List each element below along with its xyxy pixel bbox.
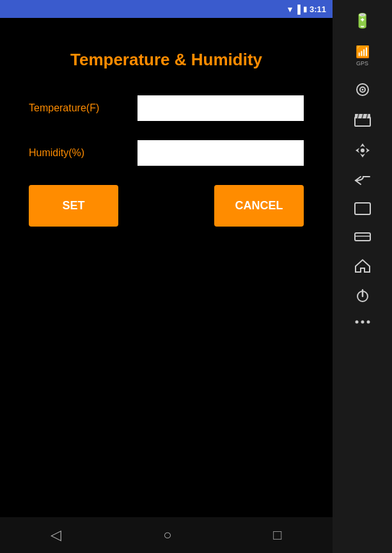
set-button[interactable]: SET [29,185,118,227]
sidebar-window2-icon[interactable] [354,230,371,243]
temperature-row: Temperature(F) [29,95,304,121]
svg-marker-11 [366,148,370,153]
app-content: Temperature & Humidity Temperature(F) Hu… [0,18,333,553]
button-row: SET CANCEL [29,185,304,227]
temperature-input[interactable] [137,95,304,121]
right-sidebar: 🔋 📶 GPS [333,0,392,553]
battery-icon: ▮ [303,5,307,13]
gps-label: GPS [356,60,368,67]
humidity-input[interactable] [137,140,304,166]
cancel-button[interactable]: CANCEL [214,185,304,227]
svg-marker-9 [360,154,365,157]
sidebar-more-icon[interactable] [354,319,371,325]
status-icons: ▾ ▐ ▮ 3:11 [288,4,326,14]
bottom-nav: ◁ ○ □ [0,517,333,553]
sidebar-clapperboard-icon[interactable] [354,113,371,127]
humidity-row: Humidity(%) [29,140,304,166]
recent-apps-nav-icon[interactable]: □ [273,527,281,543]
sidebar-home-icon[interactable] [354,259,371,273]
svg-point-2 [361,89,363,91]
humidity-label: Humidity(%) [29,147,125,159]
time-display: 3:11 [310,4,326,14]
sidebar-battery-icon[interactable]: 🔋 [354,13,371,29]
svg-point-18 [355,321,358,324]
temperature-label: Temperature(F) [29,102,125,114]
svg-marker-8 [360,143,365,147]
sidebar-window1-icon[interactable] [354,202,371,215]
sidebar-back-icon[interactable] [354,174,371,187]
sidebar-directional-icon[interactable] [354,142,371,159]
svg-rect-13 [355,203,370,214]
svg-point-20 [366,321,370,324]
svg-rect-14 [355,233,370,241]
svg-point-19 [361,321,364,324]
sidebar-power-icon[interactable] [355,288,370,303]
wifi-icon: ▾ [288,4,292,14]
home-nav-icon[interactable]: ○ [163,527,171,543]
status-bar: ▾ ▐ ▮ 3:11 [0,0,333,18]
app-title: Temperature & Humidity [29,50,304,70]
back-nav-icon[interactable]: ◁ [51,527,61,543]
sidebar-gps-icon[interactable]: 📶 GPS [356,45,370,67]
signal-bars-icon: ▐ [295,4,301,14]
sidebar-target-icon[interactable] [355,82,370,97]
svg-point-12 [361,148,365,152]
svg-marker-10 [356,148,359,153]
